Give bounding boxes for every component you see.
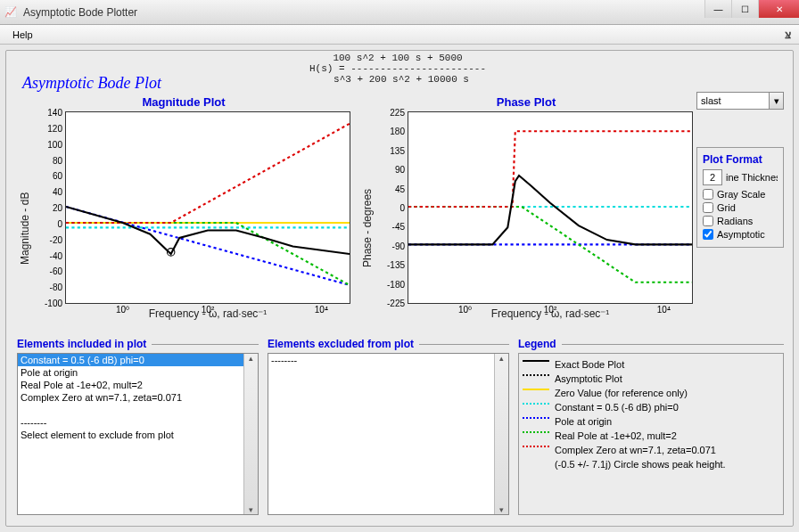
magnitude-axes[interactable]: 140120100806040200-20-40-60-80-100 10: [65, 111, 350, 304]
legend-zero-swatch: [523, 389, 549, 397]
magnitude-title: Magnitude Plot: [17, 95, 350, 111]
phase-title: Phase Plot: [359, 95, 693, 111]
included-listbox[interactable]: Constant = 0.5 (-6 dB) phi=0Pole at orig…: [17, 353, 259, 515]
grid-label: Grid: [717, 202, 736, 213]
window-title: Asymptotic Bode Plotter: [23, 6, 137, 19]
menubar: Help צּ: [0, 25, 799, 45]
list-item[interactable]: Constant = 0.5 (-6 dB) phi=0: [18, 354, 258, 366]
line-thickness-label: ine Thickness: [726, 172, 778, 183]
legend-asym-label: Asymptotic Plot: [555, 373, 622, 384]
grid-checkbox[interactable]: [703, 202, 713, 213]
legend-panel: Exact Bode Plot Asymptotic Plot Zero Val…: [518, 353, 784, 515]
legend-czero-swatch: [523, 446, 549, 454]
line-thickness-input[interactable]: [703, 169, 722, 185]
radians-checkbox[interactable]: [703, 216, 713, 226]
titlebar: 📈 Asymptotic Bode Plotter — ☐ ✕: [0, 0, 799, 25]
close-button[interactable]: ✕: [758, 0, 799, 18]
legend-blank-swatch: [523, 460, 549, 469]
legend-panel-col: Legend Exact Bode Plot Asymptotic Plot Z…: [518, 337, 784, 515]
app-title: Asymptotic Bode Plot: [22, 74, 161, 93]
list-item[interactable]: [18, 404, 258, 416]
list-item[interactable]: Real Pole at -1e+02, mult=2: [18, 379, 258, 391]
legend-title: Legend: [518, 337, 784, 351]
dock-icon[interactable]: צּ: [785, 28, 792, 41]
radians-label: Radians: [717, 216, 753, 226]
plot-format-panel: Plot Format ine Thickness Gray Scale Gri…: [696, 147, 784, 248]
chevron-down-icon: ▾: [769, 93, 783, 109]
menu-help[interactable]: Help: [7, 28, 38, 42]
maximize-button[interactable]: ☐: [731, 0, 758, 18]
magnitude-ylabel: Magnitude - dB: [17, 111, 33, 345]
scrollbar[interactable]: ▴▾: [243, 354, 258, 514]
legend-czero-label2: (-0.5 +/- 7.1j) Circle shows peak height…: [555, 459, 726, 470]
format-title: Plot Format: [703, 153, 778, 166]
included-panel: Elements included in plot Constant = 0.5…: [17, 337, 259, 515]
minimize-button[interactable]: —: [704, 0, 731, 18]
transfer-function: 100 s^2 + 100 s + 5000 H(s) = ----------…: [309, 53, 486, 85]
scrollbar[interactable]: ▴▾: [494, 354, 508, 514]
phase-ylabel: Phase - degrees: [359, 111, 375, 345]
phase-plot: Phase Plot Phase - degrees 2251801359045…: [359, 95, 693, 345]
list-item[interactable]: Complex Zero at wn=7.1, zeta=0.071: [18, 391, 258, 404]
figure-panel: 100 s^2 + 100 s + 5000 H(s) = ----------…: [5, 50, 794, 527]
phase-axes[interactable]: 22518013590450-45-90-135-180-225 10⁰10²1…: [408, 111, 693, 304]
excluded-panel: Elements excluded from plot -------- ▴▾: [268, 337, 509, 515]
excluded-title: Elements excluded from plot: [268, 337, 509, 351]
legend-pole-swatch: [523, 417, 549, 426]
legend-const-swatch: [523, 403, 549, 412]
included-title: Elements included in plot: [17, 337, 259, 351]
legend-asym-swatch: [523, 374, 549, 383]
list-item[interactable]: Pole at origin: [18, 366, 258, 379]
grayscale-checkbox[interactable]: [703, 189, 713, 200]
legend-exact-swatch: [523, 360, 549, 369]
legend-czero-label1: Complex Zero at wn=7.1, zeta=0.071: [555, 445, 716, 455]
legend-pole-label: Pole at origin: [555, 416, 612, 427]
excluded-listbox[interactable]: -------- ▴▾: [268, 353, 509, 515]
legend-realp-label: Real Pole at -1e+02, mult=2: [555, 430, 677, 441]
list-item[interactable]: --------: [18, 416, 258, 429]
display-form-combo[interactable]: slast ▾: [696, 92, 784, 110]
legend-realp-swatch: [523, 431, 549, 440]
legend-zero-label: Zero Value (for reference only): [555, 388, 688, 398]
list-item[interactable]: --------: [268, 354, 508, 366]
magnitude-plot: Magnitude Plot Magnitude - dB 1401201008…: [17, 95, 350, 345]
legend-const-label: Constant = 0.5 (-6 dB) phi=0: [555, 402, 679, 413]
legend-exact-label: Exact Bode Plot: [555, 359, 624, 370]
asymptotic-label: Asymptotic: [717, 229, 765, 240]
app-icon: 📈: [4, 5, 18, 20]
list-item[interactable]: Select element to exclude from plot: [18, 429, 258, 441]
asymptotic-checkbox[interactable]: [703, 229, 713, 240]
grayscale-label: Gray Scale: [717, 189, 765, 200]
